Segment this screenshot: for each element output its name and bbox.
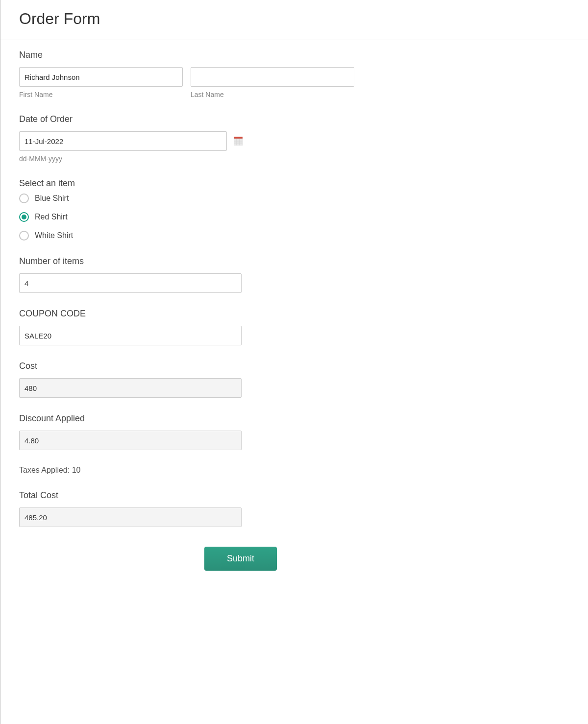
date-format-hint: dd-MMM-yyyy [19,155,462,163]
radio-option-blue-shirt[interactable]: Blue Shirt [19,193,462,203]
name-label: Name [19,50,462,60]
item-radio-group: Blue Shirt Red Shirt White Shirt [19,193,462,241]
first-name-sublabel: First Name [19,91,183,98]
cost-output [19,378,242,398]
date-field: Date of Order dd-MMM-yyyy [19,114,462,163]
quantity-label: Number of items [19,256,462,266]
form-header: Order Form [0,0,588,40]
radio-label: Blue Shirt [35,194,69,203]
radio-option-white-shirt[interactable]: White Shirt [19,231,462,241]
radio-icon [19,212,29,222]
total-field: Total Cost [19,490,462,527]
last-name-col: Last Name [191,67,354,98]
coupon-input[interactable] [19,326,242,345]
name-field: Name First Name Last Name [19,50,462,98]
cost-field: Cost [19,361,462,398]
taxes-text: Taxes Applied: 10 [19,466,462,475]
submit-row: Submit [19,547,462,571]
radio-option-red-shirt[interactable]: Red Shirt [19,212,462,222]
discount-field: Discount Applied [19,413,462,450]
date-label: Date of Order [19,114,462,124]
coupon-field: COUPON CODE [19,309,462,345]
cost-label: Cost [19,361,462,371]
total-label: Total Cost [19,490,462,501]
radio-label: Red Shirt [35,213,68,221]
date-input-wrap [19,131,227,151]
radio-icon [19,193,29,203]
calendar-icon[interactable] [234,137,243,145]
order-form-page: Order Form Name First Name Last Name Dat… [0,0,588,724]
page-title: Order Form [19,10,588,28]
coupon-label: COUPON CODE [19,309,462,319]
quantity-input[interactable] [19,273,242,293]
svg-rect-0 [234,137,243,139]
name-row: First Name Last Name [19,67,462,98]
first-name-col: First Name [19,67,183,98]
form-body: Name First Name Last Name Date of Order [0,40,481,590]
total-output [19,507,242,527]
last-name-sublabel: Last Name [191,91,354,98]
first-name-input[interactable] [19,67,183,87]
svg-rect-1 [234,139,243,145]
quantity-field: Number of items [19,256,462,293]
date-input[interactable] [19,131,227,151]
date-row [19,131,462,151]
item-field: Select an item Blue Shirt Red Shirt Whit… [19,178,462,241]
last-name-input[interactable] [191,67,354,87]
discount-label: Discount Applied [19,413,462,424]
discount-output [19,431,242,450]
radio-label: White Shirt [35,231,73,240]
radio-icon [19,231,29,241]
submit-button[interactable]: Submit [204,547,277,571]
item-label: Select an item [19,178,462,189]
